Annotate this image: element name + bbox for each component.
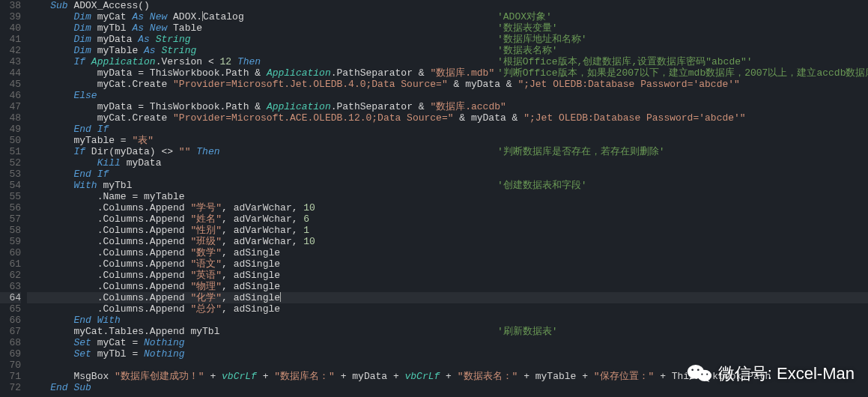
line-number: 40 [0,22,21,34]
svg-point-2 [691,369,694,371]
line-number: 47 [0,101,21,112]
code-line[interactable]: If Dir(myData) <> "" Then'判断数据库是否存在，若存在则… [27,146,868,157]
code-line[interactable]: End If [27,169,868,180]
code-line[interactable]: Dim myTbl As New Table'数据表变量' [27,22,868,34]
line-number: 48 [0,112,21,124]
comment: '数据表名称' [497,45,558,56]
code-line[interactable]: myCat.Create "Provider=Microsoft.Jet.OLE… [27,79,868,90]
line-number-gutter: 3839404142434445464748495051525354555657… [0,0,27,393]
line-number: 65 [0,303,21,315]
code-line[interactable]: .Columns.Append "学号", adVarWchar, 10 [27,202,868,213]
svg-point-4 [701,374,702,375]
line-number: 64 [0,292,21,303]
line-number: 41 [0,34,21,45]
code-line[interactable]: .Columns.Append "姓名", adVarWchar, 6 [27,213,868,225]
line-number: 69 [0,348,21,360]
line-number: 58 [0,225,21,236]
svg-point-1 [697,370,711,381]
code-line[interactable]: Dim myCat As New ADOX.Catalog'ADOX对象' [27,11,868,22]
code-line[interactable]: myCat.Create "Provider=Microsoft.ACE.OLE… [27,112,868,124]
code-editor[interactable]: 3839404142434445464748495051525354555657… [0,0,868,393]
text-cursor [202,11,203,21]
line-number: 54 [0,180,21,191]
code-line[interactable]: Else [27,90,868,101]
code-line[interactable]: Dim myData As String'数据库地址和名称' [27,34,868,45]
code-line[interactable]: .Columns.Append "班级", adVarWchar, 10 [27,236,868,247]
line-number: 46 [0,90,21,101]
code-line[interactable]: myData = ThisWorkbook.Path & Application… [27,67,868,79]
code-line[interactable]: Dim myTable As String'数据表名称' [27,45,868,56]
code-line[interactable]: Set myCat = Nothing [27,337,868,348]
line-number: 67 [0,326,21,337]
line-number: 68 [0,337,21,348]
line-number: 43 [0,56,21,67]
code-line[interactable]: If Application.Version < 12 Then'根据Offic… [27,56,868,67]
comment: '根据Office版本,创建数据库,设置数据库密码"abcde"' [497,56,753,67]
code-line[interactable]: myData = ThisWorkbook.Path & Application… [27,101,868,112]
line-number: 61 [0,258,21,270]
line-number: 72 [0,382,21,393]
comment: '刷新数据表' [497,326,558,337]
line-number: 50 [0,135,21,146]
line-number: 70 [0,360,21,371]
line-number: 60 [0,247,21,258]
line-number: 42 [0,45,21,56]
line-number: 44 [0,67,21,79]
line-number: 45 [0,79,21,90]
code-line[interactable]: End With [27,315,868,326]
code-line[interactable]: .Columns.Append "物理", adSingle [27,281,868,292]
svg-point-5 [706,374,708,375]
wechat-icon [687,363,712,384]
line-number: 59 [0,236,21,247]
code-line[interactable]: myTable = "表" [27,135,868,146]
code-line[interactable]: Set myTbl = Nothing [27,348,868,360]
watermark: 微信号: Excel-Man [687,363,855,384]
line-number: 55 [0,191,21,202]
line-number: 62 [0,270,21,281]
code-line[interactable]: .Columns.Append "化学", adSingle [27,292,868,303]
code-line[interactable]: .Columns.Append "性别", adVarWchar, 1 [27,225,868,236]
code-line[interactable]: .Name = myTable [27,191,868,202]
line-number: 56 [0,202,21,213]
comment: '判断Office版本，如果是2007以下，建立mdb数据库，2007以上，建立… [497,67,868,79]
code-line[interactable]: .Columns.Append "英语", adSingle [27,270,868,281]
code-line[interactable]: With myTbl'创建数据表和字段' [27,180,868,191]
code-area[interactable]: Sub ADOX_Access() Dim myCat As New ADOX.… [27,0,868,393]
line-number: 38 [0,0,21,11]
comment: '数据库地址和名称' [497,34,587,45]
line-number: 49 [0,124,21,135]
comment: '数据表变量' [497,22,558,34]
line-number: 71 [0,371,21,382]
line-number: 39 [0,11,21,22]
svg-point-3 [697,369,699,371]
line-number: 66 [0,315,21,326]
line-number: 57 [0,213,21,225]
line-number: 52 [0,157,21,169]
code-line[interactable]: .Columns.Append "总分", adSingle [27,303,868,315]
line-number: 51 [0,146,21,157]
watermark-text: 微信号: Excel-Man [718,368,855,379]
code-line[interactable]: .Columns.Append "数学", adSingle [27,247,868,258]
code-line[interactable]: Sub ADOX_Access() [27,0,868,11]
comment: 'ADOX对象' [497,11,552,22]
code-line[interactable]: End If [27,124,868,135]
line-number: 63 [0,281,21,292]
comment: '判断数据库是否存在，若存在则删除' [497,146,665,157]
code-line[interactable]: .Columns.Append "语文", adSingle [27,258,868,270]
text-cursor [280,292,281,302]
code-line[interactable]: End Sub [27,382,868,393]
comment: '创建数据表和字段' [497,180,587,191]
code-line[interactable]: Kill myData [27,157,868,169]
code-line[interactable]: myCat.Tables.Append myTbl'刷新数据表' [27,326,868,337]
line-number: 53 [0,169,21,180]
